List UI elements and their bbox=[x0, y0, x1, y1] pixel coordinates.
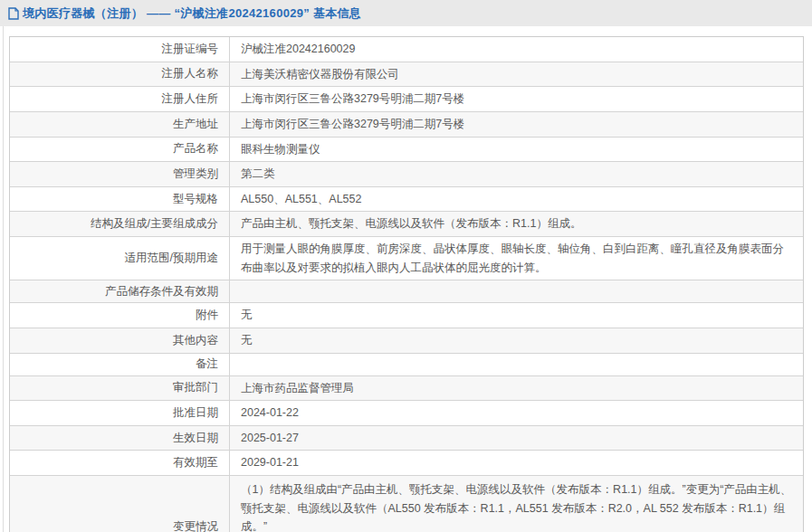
row-label: 附件 bbox=[10, 303, 230, 328]
row-value bbox=[230, 280, 803, 302]
row-label: 型号规格 bbox=[10, 187, 230, 212]
row-value: 2024-01-22 bbox=[230, 401, 803, 425]
row-value: 用于测量人眼的角膜厚度、前房深度、晶状体厚度、眼轴长度、轴位角、白到白距离、瞳孔… bbox=[230, 237, 803, 280]
table-row: 注册证编号沪械注准20242160029 bbox=[10, 37, 803, 62]
table-row: 产品储存条件及有效期 bbox=[10, 280, 803, 302]
document-icon bbox=[8, 7, 19, 20]
row-value: 无 bbox=[230, 328, 803, 353]
row-value: 2025-01-27 bbox=[230, 426, 803, 451]
table-row: 审批部门上海市药品监督管理局 bbox=[10, 375, 803, 401]
row-label: 适用范围/预期用途 bbox=[10, 237, 230, 280]
table-row: 其他内容无 bbox=[10, 328, 803, 353]
row-value: 上海市闵行区三鲁公路3279号明浦二期7号楼 bbox=[230, 112, 803, 137]
row-value: AL550、AL551、AL552 bbox=[230, 187, 803, 212]
change-history-value: （1）结构及组成由“产品由主机、颚托支架、电源线以及软件（发布版本：R1.1）组… bbox=[230, 476, 803, 532]
row-label: 其他内容 bbox=[10, 328, 230, 353]
table-row: 注册人住所上海市闵行区三鲁公路3279号明浦二期7号楼 bbox=[10, 86, 803, 111]
table-row: 产品名称眼科生物测量仪 bbox=[10, 137, 803, 162]
table-row: 变更情况（1）结构及组成由“产品由主机、颚托支架、电源线以及软件（发布版本：R1… bbox=[10, 475, 803, 532]
row-value: 2029-01-21 bbox=[230, 451, 803, 475]
registration-info-table: 注册证编号沪械注准20242160029 注册人名称上海美沃精密仪器股份有限公司… bbox=[9, 36, 804, 532]
row-label: 生产地址 bbox=[10, 112, 230, 137]
row-value: 沪械注准20242160029 bbox=[230, 37, 803, 62]
table-row: 批准日期2024-01-22 bbox=[10, 400, 803, 425]
table-row: 附件无 bbox=[10, 302, 803, 328]
page-title-text: 境内医疗器械（注册） —— “沪械注准20242160029” 基本信息 bbox=[23, 5, 361, 22]
row-value: 上海市药品监督管理局 bbox=[230, 376, 803, 401]
row-label: 变更情况 bbox=[10, 476, 230, 532]
row-label: 有效期至 bbox=[10, 451, 230, 475]
row-value: 眼科生物测量仪 bbox=[230, 138, 803, 162]
row-label: 审批部门 bbox=[10, 376, 230, 401]
row-value bbox=[230, 354, 803, 375]
table-row: 管理类别第二类 bbox=[10, 161, 803, 186]
page-edge-line bbox=[3, 0, 4, 532]
row-label: 注册人名称 bbox=[10, 62, 230, 87]
table-row: 生效日期2025-01-27 bbox=[10, 425, 803, 451]
row-label: 备注 bbox=[10, 354, 230, 375]
table-row: 注册人名称上海美沃精密仪器股份有限公司 bbox=[10, 62, 803, 87]
table-row: 有效期至2029-01-21 bbox=[10, 450, 803, 475]
table-row: 生产地址上海市闵行区三鲁公路3279号明浦二期7号楼 bbox=[10, 111, 803, 137]
row-value: 上海市闵行区三鲁公路3279号明浦二期7号楼 bbox=[230, 87, 803, 111]
table-row: 结构及组成/主要组成成分产品由主机、颚托支架、电源线以及软件（发布版本：R1.1… bbox=[10, 211, 803, 236]
row-label: 产品储存条件及有效期 bbox=[10, 280, 230, 302]
page-title: 境内医疗器械（注册） —— “沪械注准20242160029” 基本信息 bbox=[8, 5, 361, 22]
table-row: 备注 bbox=[10, 353, 803, 375]
page-header: 境内医疗器械（注册） —— “沪械注准20242160029” 基本信息 bbox=[0, 0, 812, 26]
row-label: 产品名称 bbox=[10, 138, 230, 162]
row-label: 生效日期 bbox=[10, 426, 230, 451]
row-label: 注册证编号 bbox=[10, 37, 230, 62]
row-value: 产品由主机、颚托支架、电源线以及软件（发布版本：R1.1）组成。 bbox=[230, 212, 803, 236]
page: 境内医疗器械（注册） —— “沪械注准20242160029” 基本信息 注册证… bbox=[0, 0, 812, 532]
row-value: 上海美沃精密仪器股份有限公司 bbox=[230, 62, 803, 87]
row-value: 无 bbox=[230, 303, 803, 328]
row-value: 第二类 bbox=[230, 162, 803, 186]
row-label: 管理类别 bbox=[10, 162, 230, 186]
table-row: 型号规格AL550、AL551、AL552 bbox=[10, 186, 803, 212]
row-label: 结构及组成/主要组成成分 bbox=[10, 212, 230, 236]
row-label: 批准日期 bbox=[10, 401, 230, 425]
table-row: 适用范围/预期用途用于测量人眼的角膜厚度、前房深度、晶状体厚度、眼轴长度、轴位角… bbox=[10, 236, 803, 280]
row-label: 注册人住所 bbox=[10, 87, 230, 111]
